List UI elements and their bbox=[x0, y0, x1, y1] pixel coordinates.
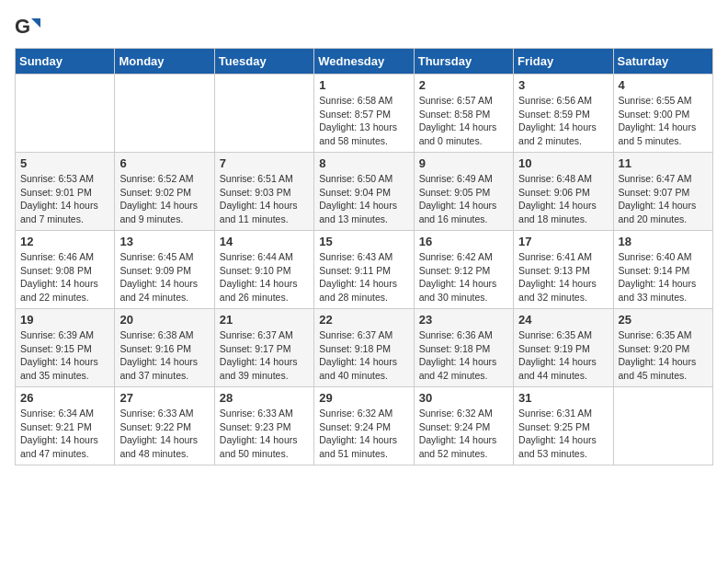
cell-info: Sunrise: 6:31 AMSunset: 9:25 PMDaylight:… bbox=[518, 407, 608, 461]
calendar-cell: 15Sunrise: 6:43 AMSunset: 9:11 PMDayligh… bbox=[314, 231, 414, 309]
svg-marker-1 bbox=[31, 18, 40, 28]
day-number: 2 bbox=[419, 78, 508, 92]
day-number: 11 bbox=[619, 156, 708, 170]
day-number: 22 bbox=[319, 313, 408, 327]
day-header-thursday: Thursday bbox=[414, 49, 513, 75]
calendar-cell: 31Sunrise: 6:31 AMSunset: 9:25 PMDayligh… bbox=[514, 387, 613, 465]
cell-info: Sunrise: 6:32 AMSunset: 9:24 PMDaylight:… bbox=[319, 407, 408, 461]
cell-info: Sunrise: 6:35 AMSunset: 9:20 PMDaylight:… bbox=[619, 328, 708, 383]
cell-info: Sunrise: 6:56 AMSunset: 8:59 PMDaylight:… bbox=[518, 94, 608, 148]
page-header: G bbox=[15, 15, 713, 40]
cell-info: Sunrise: 6:37 AMSunset: 9:17 PMDaylight:… bbox=[220, 328, 309, 383]
calendar-cell: 22Sunrise: 6:37 AMSunset: 9:18 PMDayligh… bbox=[314, 309, 414, 387]
calendar-cell: 26Sunrise: 6:34 AMSunset: 9:21 PMDayligh… bbox=[16, 387, 115, 465]
day-number: 28 bbox=[220, 391, 309, 405]
calendar-cell: 14Sunrise: 6:44 AMSunset: 9:10 PMDayligh… bbox=[214, 231, 313, 309]
calendar-cell bbox=[115, 75, 214, 153]
calendar-cell: 24Sunrise: 6:35 AMSunset: 9:19 PMDayligh… bbox=[514, 309, 613, 387]
day-header-sunday: Sunday bbox=[16, 49, 115, 75]
cell-info: Sunrise: 6:41 AMSunset: 9:13 PMDaylight:… bbox=[518, 250, 608, 304]
day-number: 1 bbox=[319, 78, 408, 92]
calendar-cell bbox=[214, 75, 313, 153]
cell-info: Sunrise: 6:39 AMSunset: 9:15 PMDaylight:… bbox=[20, 328, 109, 383]
cell-info: Sunrise: 6:49 AMSunset: 9:05 PMDaylight:… bbox=[419, 172, 508, 226]
day-number: 4 bbox=[619, 78, 708, 92]
day-number: 9 bbox=[419, 156, 508, 170]
day-number: 5 bbox=[20, 156, 109, 170]
cell-info: Sunrise: 6:53 AMSunset: 9:01 PMDaylight:… bbox=[20, 172, 109, 226]
day-number: 21 bbox=[220, 313, 309, 327]
calendar-cell: 6Sunrise: 6:52 AMSunset: 9:02 PMDaylight… bbox=[115, 153, 214, 231]
logo: G bbox=[15, 15, 44, 40]
calendar-cell: 19Sunrise: 6:39 AMSunset: 9:15 PMDayligh… bbox=[16, 309, 115, 387]
cell-info: Sunrise: 6:36 AMSunset: 9:18 PMDaylight:… bbox=[419, 328, 508, 383]
calendar-cell: 29Sunrise: 6:32 AMSunset: 9:24 PMDayligh… bbox=[314, 387, 414, 465]
calendar-cell: 2Sunrise: 6:57 AMSunset: 8:58 PMDaylight… bbox=[414, 75, 513, 153]
cell-info: Sunrise: 6:48 AMSunset: 9:06 PMDaylight:… bbox=[518, 172, 608, 226]
cell-info: Sunrise: 6:57 AMSunset: 8:58 PMDaylight:… bbox=[419, 94, 508, 148]
calendar-cell: 12Sunrise: 6:46 AMSunset: 9:08 PMDayligh… bbox=[16, 231, 115, 309]
cell-info: Sunrise: 6:46 AMSunset: 9:08 PMDaylight:… bbox=[20, 250, 109, 304]
cell-info: Sunrise: 6:33 AMSunset: 9:23 PMDaylight:… bbox=[220, 407, 309, 461]
calendar-cell: 7Sunrise: 6:51 AMSunset: 9:03 PMDaylight… bbox=[214, 153, 313, 231]
day-number: 13 bbox=[119, 235, 209, 248]
day-number: 17 bbox=[518, 235, 608, 248]
cell-info: Sunrise: 6:50 AMSunset: 9:04 PMDaylight:… bbox=[319, 172, 408, 226]
day-number: 24 bbox=[518, 313, 608, 327]
cell-info: Sunrise: 6:37 AMSunset: 9:18 PMDaylight:… bbox=[319, 328, 408, 383]
cell-info: Sunrise: 6:55 AMSunset: 9:00 PMDaylight:… bbox=[619, 94, 708, 148]
calendar-week-3: 12Sunrise: 6:46 AMSunset: 9:08 PMDayligh… bbox=[16, 231, 713, 309]
calendar-week-1: 1Sunrise: 6:58 AMSunset: 8:57 PMDaylight… bbox=[16, 75, 713, 153]
cell-info: Sunrise: 6:32 AMSunset: 9:24 PMDaylight:… bbox=[419, 407, 508, 461]
day-number: 16 bbox=[419, 235, 508, 248]
day-header-tuesday: Tuesday bbox=[214, 49, 313, 75]
day-number: 30 bbox=[419, 391, 508, 405]
cell-info: Sunrise: 6:51 AMSunset: 9:03 PMDaylight:… bbox=[220, 172, 309, 226]
calendar-cell: 4Sunrise: 6:55 AMSunset: 9:00 PMDaylight… bbox=[613, 75, 712, 153]
day-number: 25 bbox=[619, 313, 708, 327]
cell-info: Sunrise: 6:38 AMSunset: 9:16 PMDaylight:… bbox=[119, 328, 209, 383]
calendar-week-5: 26Sunrise: 6:34 AMSunset: 9:21 PMDayligh… bbox=[16, 387, 713, 465]
cell-info: Sunrise: 6:58 AMSunset: 8:57 PMDaylight:… bbox=[319, 94, 408, 148]
svg-text:G: G bbox=[15, 15, 30, 38]
calendar-cell: 17Sunrise: 6:41 AMSunset: 9:13 PMDayligh… bbox=[514, 231, 613, 309]
calendar-cell: 28Sunrise: 6:33 AMSunset: 9:23 PMDayligh… bbox=[214, 387, 313, 465]
calendar-cell: 16Sunrise: 6:42 AMSunset: 9:12 PMDayligh… bbox=[414, 231, 513, 309]
day-header-monday: Monday bbox=[115, 49, 214, 75]
calendar-cell: 8Sunrise: 6:50 AMSunset: 9:04 PMDaylight… bbox=[314, 153, 414, 231]
day-header-friday: Friday bbox=[514, 49, 613, 75]
calendar-cell: 5Sunrise: 6:53 AMSunset: 9:01 PMDaylight… bbox=[16, 153, 115, 231]
day-number: 15 bbox=[319, 235, 408, 248]
cell-info: Sunrise: 6:40 AMSunset: 9:14 PMDaylight:… bbox=[619, 250, 708, 304]
day-header-saturday: Saturday bbox=[613, 49, 712, 75]
day-number: 8 bbox=[319, 156, 408, 170]
calendar-week-2: 5Sunrise: 6:53 AMSunset: 9:01 PMDaylight… bbox=[16, 153, 713, 231]
day-number: 18 bbox=[619, 235, 708, 248]
calendar-table: SundayMondayTuesdayWednesdayThursdayFrid… bbox=[15, 48, 713, 465]
calendar-cell: 27Sunrise: 6:33 AMSunset: 9:22 PMDayligh… bbox=[115, 387, 214, 465]
cell-info: Sunrise: 6:45 AMSunset: 9:09 PMDaylight:… bbox=[119, 250, 209, 304]
cell-info: Sunrise: 6:52 AMSunset: 9:02 PMDaylight:… bbox=[119, 172, 209, 226]
calendar-cell: 20Sunrise: 6:38 AMSunset: 9:16 PMDayligh… bbox=[115, 309, 214, 387]
calendar-cell: 11Sunrise: 6:47 AMSunset: 9:07 PMDayligh… bbox=[613, 153, 712, 231]
calendar-cell: 1Sunrise: 6:58 AMSunset: 8:57 PMDaylight… bbox=[314, 75, 414, 153]
calendar-cell: 10Sunrise: 6:48 AMSunset: 9:06 PMDayligh… bbox=[514, 153, 613, 231]
cell-info: Sunrise: 6:47 AMSunset: 9:07 PMDaylight:… bbox=[619, 172, 708, 226]
cell-info: Sunrise: 6:42 AMSunset: 9:12 PMDaylight:… bbox=[419, 250, 508, 304]
day-number: 27 bbox=[119, 391, 209, 405]
calendar-cell: 21Sunrise: 6:37 AMSunset: 9:17 PMDayligh… bbox=[214, 309, 313, 387]
day-number: 6 bbox=[119, 156, 209, 170]
day-number: 7 bbox=[220, 156, 309, 170]
calendar-cell: 30Sunrise: 6:32 AMSunset: 9:24 PMDayligh… bbox=[414, 387, 513, 465]
day-number: 31 bbox=[518, 391, 608, 405]
cell-info: Sunrise: 6:33 AMSunset: 9:22 PMDaylight:… bbox=[119, 407, 209, 461]
calendar-week-4: 19Sunrise: 6:39 AMSunset: 9:15 PMDayligh… bbox=[16, 309, 713, 387]
day-header-wednesday: Wednesday bbox=[314, 49, 414, 75]
calendar-cell: 23Sunrise: 6:36 AMSunset: 9:18 PMDayligh… bbox=[414, 309, 513, 387]
header-row: SundayMondayTuesdayWednesdayThursdayFrid… bbox=[16, 49, 713, 75]
calendar-cell bbox=[16, 75, 115, 153]
calendar-cell: 13Sunrise: 6:45 AMSunset: 9:09 PMDayligh… bbox=[115, 231, 214, 309]
day-number: 3 bbox=[518, 78, 608, 92]
cell-info: Sunrise: 6:43 AMSunset: 9:11 PMDaylight:… bbox=[319, 250, 408, 304]
cell-info: Sunrise: 6:34 AMSunset: 9:21 PMDaylight:… bbox=[20, 407, 109, 461]
